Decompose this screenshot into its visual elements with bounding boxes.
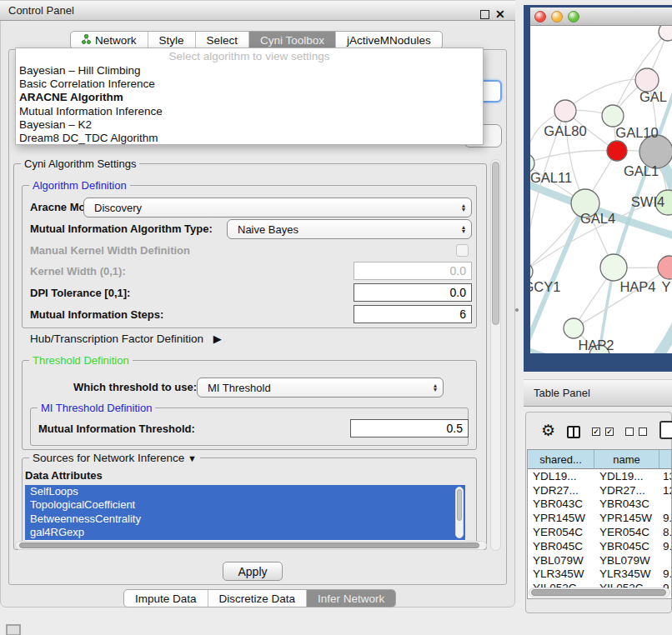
- table-cell: YBL079W: [594, 554, 659, 567]
- minimized-panel-icon[interactable]: [6, 624, 21, 635]
- node-label-gal1: GAL1: [624, 163, 659, 178]
- table-cell: YDR27...: [528, 484, 594, 497]
- settings-horizontal-scrollbar[interactable]: [15, 541, 487, 550]
- column-header-2[interactable]: [659, 450, 672, 469]
- node-label-gal80: GAL80: [544, 123, 586, 138]
- dropdown-item-dream8-dc-tdc-algorithm[interactable]: Dream8 DC_TDC Algorithm: [16, 132, 483, 145]
- table-row[interactable]: YLR345WYLR345W9.: [528, 568, 671, 582]
- table-cell: 8.: [659, 526, 672, 538]
- network-node-gal80[interactable]: [554, 100, 576, 122]
- sources-title[interactable]: Sources for Network Inference ▼: [29, 452, 200, 465]
- which-threshold-combo[interactable]: MI Threshold ▴▾: [197, 378, 444, 398]
- tab-cyni-toolbox[interactable]: Cyni Toolbox: [248, 32, 335, 48]
- manual-kernel-width-checkbox[interactable]: [456, 244, 469, 257]
- algorithm-dropdown: Select algorithm to view settings Bayesi…: [15, 48, 484, 145]
- table-row[interactable]: YBL079WYBL079W: [528, 553, 671, 568]
- mi-type-combo[interactable]: Naive Bayes ▴▾: [227, 219, 472, 239]
- attribute-item-gal4rgexp[interactable]: gal4RGexp: [25, 526, 465, 539]
- splitter-grip[interactable]: [515, 308, 519, 312]
- table-horizontal-scrollbar-thumb[interactable]: [531, 589, 666, 596]
- attribute-item-topologicalcoefficient[interactable]: TopologicalCoefficient: [25, 498, 465, 512]
- network-edge[interactable]: [565, 79, 647, 111]
- table-row[interactable]: YBR045CYBR045C9.: [528, 539, 671, 553]
- attribute-item-selfloops[interactable]: SelfLoops: [25, 485, 465, 498]
- tab-impute-data[interactable]: Impute Data: [124, 590, 208, 607]
- network-canvas[interactable]: GALGAL80GAL10GAL1GAL11SWI4GAL4GCY1HAP4YH…: [530, 26, 672, 353]
- expand-arrow-icon[interactable]: ▶: [213, 332, 222, 345]
- table-horizontal-scrollbar[interactable]: [529, 588, 670, 598]
- split-columns-icon[interactable]: [567, 426, 580, 438]
- column-header-name[interactable]: name: [594, 450, 659, 469]
- table-panel-titlebar: Table Panel: [524, 379, 672, 407]
- collapse-arrow-icon[interactable]: ▼: [188, 453, 197, 463]
- settings-vertical-scrollbar-thumb[interactable]: [492, 162, 499, 325]
- aracne-mode-combo[interactable]: Discovery ▴▾: [83, 198, 472, 218]
- data-attributes-label: Data Attributes: [25, 469, 103, 482]
- mi-threshold-definition-title: MI Threshold Definition: [38, 402, 155, 414]
- network-node-hap2[interactable]: [564, 318, 584, 338]
- gear-icon[interactable]: ⚙: [541, 421, 555, 440]
- settings-vertical-scrollbar[interactable]: [490, 159, 501, 551]
- attribute-list-scrollbar[interactable]: [455, 487, 464, 538]
- tab-select[interactable]: Select: [195, 32, 249, 48]
- column-header-shared[interactable]: shared...: [528, 450, 594, 469]
- checked-checkbox-icon[interactable]: ✓: [592, 428, 600, 436]
- tab-infer-network[interactable]: Infer Network: [306, 590, 395, 607]
- kernel-width-field[interactable]: [354, 262, 472, 280]
- node-table: shared...name YDL19...YDL19...13YDR27...…: [527, 449, 672, 599]
- tab-discretize-data[interactable]: Discretize Data: [208, 590, 307, 607]
- tab-network[interactable]: Network: [71, 32, 148, 48]
- dropdown-item-basic-correlation-inference[interactable]: Basic Correlation Inference: [16, 78, 483, 91]
- hub-definition-section[interactable]: Hub/Transcription Factor Definition ▶: [30, 332, 222, 345]
- mi-steps-field[interactable]: [354, 305, 472, 323]
- network-node-gal1[interactable]: [607, 141, 627, 161]
- table-row[interactable]: YBR043CYBR043C: [528, 498, 671, 512]
- tab-style[interactable]: Style: [148, 32, 195, 48]
- node-label-hap4: HAP4: [619, 279, 655, 294]
- minimize-window-button[interactable]: [551, 11, 563, 22]
- close-panel-icon[interactable]: ✕: [495, 8, 505, 21]
- tab-cyni-toolbox-label: Cyni Toolbox: [260, 34, 324, 47]
- dropdown-item-aracne-algorithm[interactable]: ARACNE Algorithm: [16, 91, 483, 104]
- close-window-button[interactable]: [534, 11, 546, 22]
- mi-type-value: Naive Bayes: [238, 223, 298, 236]
- table-row[interactable]: YPR145WYPR145W9.: [528, 511, 671, 525]
- network-node-hap4[interactable]: [600, 254, 627, 281]
- document-icon[interactable]: [659, 421, 672, 439]
- network-edge[interactable]: [639, 318, 672, 353]
- dropdown-item-mutual-information-inference[interactable]: Mutual Information Inference: [16, 105, 483, 118]
- table-cell: YDL19...: [594, 470, 659, 482]
- table-cell: YER054C: [594, 526, 659, 538]
- control-panel-titlebar: Control Panel: [0, 0, 515, 21]
- apply-button[interactable]: Apply: [223, 562, 283, 581]
- float-window-icon[interactable]: [480, 10, 489, 19]
- network-edge[interactable]: [530, 151, 617, 163]
- unchecked-checkbox-icon[interactable]: [625, 428, 634, 436]
- network-node[interactable]: [659, 26, 672, 41]
- network-node-gal[interactable]: [635, 68, 659, 92]
- node-label-gcy1: GCY1: [530, 279, 560, 294]
- table-row[interactable]: YDR27...YDR27...12: [528, 483, 671, 498]
- dpi-tolerance-field[interactable]: [354, 283, 472, 302]
- table-row[interactable]: YDL19...YDL19...13: [528, 469, 671, 483]
- network-node-gal10[interactable]: [602, 105, 624, 127]
- table-row[interactable]: YER054CYER054C8.: [528, 525, 671, 539]
- settings-horizontal-scrollbar-thumb[interactable]: [19, 542, 479, 548]
- attribute-item-betweennesscentrality[interactable]: BetweennessCentrality: [25, 512, 465, 526]
- tab-jactivemnodules[interactable]: jActiveMNodules: [335, 32, 442, 48]
- dropdown-item-bayesian-hill-climbing[interactable]: Bayesian – Hill Climbing: [16, 64, 483, 78]
- network-node-y[interactable]: [658, 256, 672, 279]
- table-cell: YDL19...: [528, 470, 594, 482]
- mi-steps-label: Mutual Information Steps:: [30, 308, 163, 321]
- node-label-hap2: HAP2: [578, 338, 614, 352]
- algorithm-dropdown-items: Bayesian – Hill ClimbingBasic Correlatio…: [16, 64, 483, 145]
- aracne-mode-value: Discovery: [94, 202, 142, 214]
- table-cell: 13: [659, 470, 672, 482]
- unchecked-checkbox-icon[interactable]: [639, 428, 647, 436]
- zoom-window-button[interactable]: [568, 11, 579, 22]
- mi-threshold-field[interactable]: [350, 419, 469, 438]
- dropdown-item-bayesian-k2[interactable]: Bayesian – K2: [16, 118, 483, 132]
- attribute-list-scrollbar-thumb[interactable]: [457, 489, 462, 521]
- network-edge[interactable]: [530, 182, 672, 238]
- checked-checkbox-icon[interactable]: ✓: [605, 428, 614, 436]
